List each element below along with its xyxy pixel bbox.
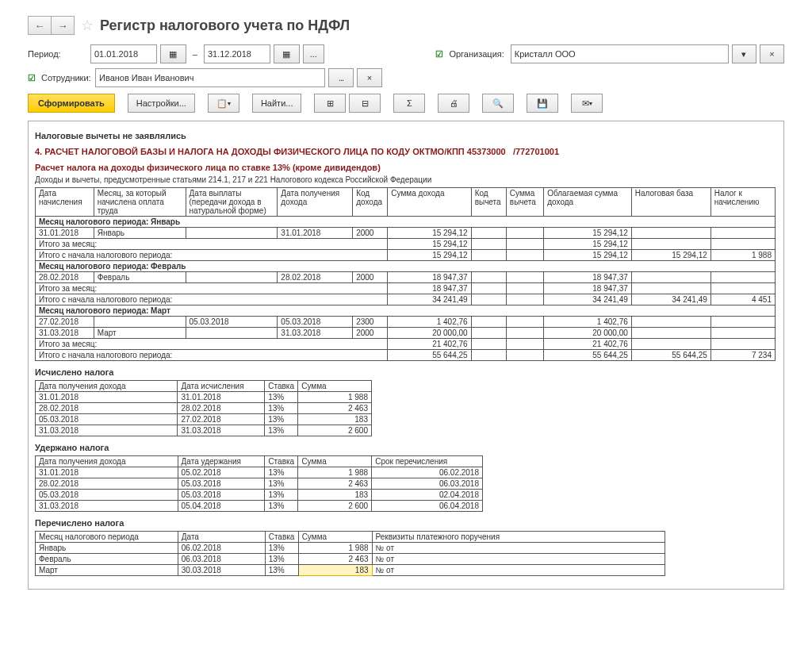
preview-button[interactable]: 🔍	[482, 94, 514, 113]
month-mar-header: Месяц налогового периода: Март	[36, 305, 776, 317]
table-row: Итого за месяц:18 947,3718 947,37	[36, 283, 776, 294]
generate-button[interactable]: Сформировать	[28, 94, 115, 113]
table-row: Итого с начала налогового периода:15 294…	[36, 250, 776, 261]
withheld-table: Дата получения доходаДата удержанияСтавк…	[35, 455, 483, 512]
emp-ellipsis-button[interactable]: ...	[328, 68, 354, 87]
org-label: Организация:	[449, 49, 504, 59]
table-row: 31.03.2018Март31.03.2018200020 000,0020 …	[36, 328, 776, 339]
month-feb-header: Месяц налогового периода: Февраль	[36, 261, 776, 272]
org-clear-button[interactable]: ×	[760, 44, 784, 63]
transferred-title: Перечислено налога	[35, 518, 777, 528]
print-button[interactable]: 🖨	[438, 94, 469, 113]
section-4-title: 4. РАСЧЕТ НАЛОГОВОЙ БАЗЫ И НАЛОГА НА ДОХ…	[35, 147, 777, 156]
nav-back-button[interactable]: ←	[28, 16, 51, 35]
copy-button[interactable]: 📋▾	[208, 94, 239, 113]
month-jan-header: Месяц налогового периода: Январь	[36, 217, 776, 228]
period-ellipsis-button[interactable]: ...	[303, 44, 324, 63]
calc-tax-title: Исчислено налога	[35, 367, 777, 377]
table-row: 27.02.201805.03.201805.03.201823001 402,…	[36, 317, 776, 328]
table-row: Итого за месяц:21 402,7621 402,76	[36, 339, 776, 350]
table-row: Итого с начала налогового периода:34 241…	[36, 294, 776, 305]
table-row: 31.01.2018Январь31.01.2018200015 294,121…	[36, 228, 776, 239]
nav-forward-button[interactable]: →	[51, 16, 75, 35]
calc-tax-table: Дата получения доходаДата исчисленияСтав…	[35, 380, 372, 436]
emp-input[interactable]: Иванов Иван Иванович	[95, 68, 325, 87]
mail-button[interactable]: ✉▾	[571, 94, 603, 113]
table-row: Итого за месяц:15 294,1215 294,12	[36, 239, 776, 250]
period-label: Период:	[28, 49, 84, 59]
collapse-button[interactable]: ⊟	[349, 94, 381, 113]
report-area: Налоговые вычеты не заявлялись 4. РАСЧЕТ…	[28, 121, 784, 590]
date-from-input[interactable]: 01.01.2018	[90, 44, 157, 63]
date-to-calendar-icon[interactable]: ▦	[274, 44, 300, 63]
date-to-input[interactable]: 31.12.2018	[204, 44, 270, 63]
calc-subtitle: Расчет налога на доходы физического лица…	[35, 163, 777, 172]
table-row: 28.02.2018Февраль28.02.2018200018 947,37…	[36, 272, 776, 283]
emp-checkbox[interactable]: ☑	[28, 73, 36, 83]
find-button[interactable]: Найти...	[252, 94, 302, 113]
table-header-row: Дата начисленияМесяц, за который начисле…	[36, 188, 776, 217]
income-table: Дата начисленияМесяц, за который начисле…	[35, 187, 776, 361]
emp-label: Сотрудники:	[41, 73, 89, 83]
favorite-star-icon[interactable]: ☆	[81, 17, 94, 34]
table-row: Итого с начала налогового периода:55 644…	[36, 350, 776, 361]
withheld-title: Удержано налога	[35, 443, 777, 452]
period-separator: –	[193, 49, 197, 59]
org-checkbox[interactable]: ☑	[435, 49, 443, 60]
settings-button[interactable]: Настройки...	[128, 94, 195, 113]
save-button[interactable]: 💾	[527, 94, 558, 113]
date-from-calendar-icon[interactable]: ▦	[160, 44, 186, 63]
transferred-table: Месяц налогового периодаДатаСтавкаСуммаР…	[35, 531, 665, 576]
sum-button[interactable]: Σ	[393, 94, 425, 113]
law-note: Доходы и вычеты, предусмотренные статьям…	[35, 175, 777, 184]
org-input[interactable]: Кристалл ООО	[511, 44, 729, 63]
org-dropdown-icon[interactable]: ▾	[732, 44, 756, 63]
expand-button[interactable]: ⊞	[314, 94, 346, 113]
deductions-note: Налоговые вычеты не заявлялись	[35, 131, 777, 140]
emp-clear-button[interactable]: ×	[357, 68, 382, 87]
page-title: Регистр налогового учета по НДФЛ	[100, 17, 350, 34]
